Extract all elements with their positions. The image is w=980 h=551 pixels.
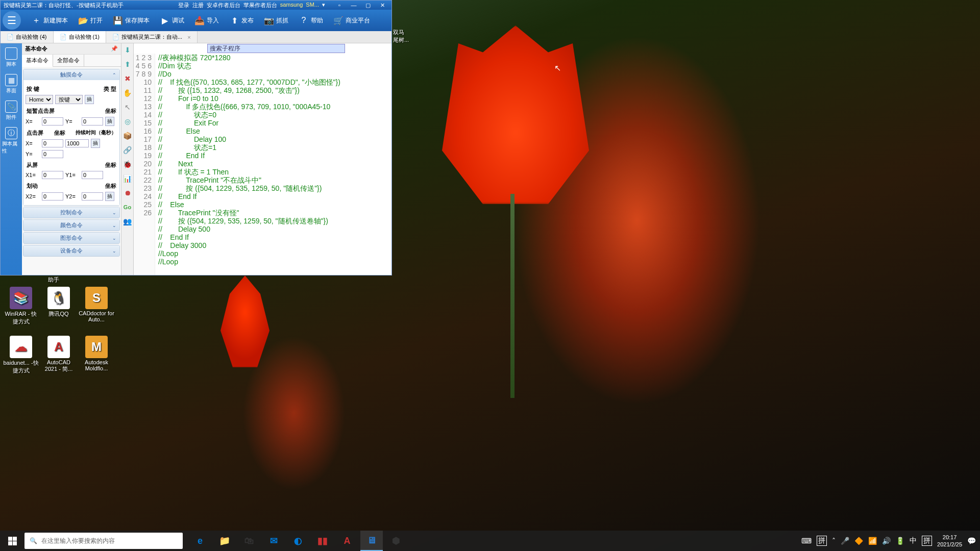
taskbar-app-6[interactable]: A xyxy=(336,531,358,551)
close-tab-icon[interactable]: × xyxy=(187,34,190,40)
insert-button[interactable]: 插 xyxy=(105,192,114,201)
accordion-touch-header[interactable]: 触摸命令 ⌃ xyxy=(23,69,119,80)
taskbar-app-5[interactable]: ▮▮ xyxy=(311,531,334,551)
desktop-icon[interactable]: MAutodesk Moldflo... xyxy=(78,335,115,375)
bug-icon[interactable]: 🐞 xyxy=(123,160,132,169)
input-x2[interactable] xyxy=(42,192,63,201)
accordion-0-header[interactable]: 控制命令⌄ xyxy=(23,207,119,218)
taskbar-app-7[interactable]: 🖥 xyxy=(360,531,383,551)
command-panel-title: 基本命令 xyxy=(25,45,111,53)
tab-basic-commands[interactable]: 基本命令 xyxy=(22,55,53,67)
notifications-icon[interactable]: 💬 xyxy=(967,537,976,545)
target-icon[interactable]: ◎ xyxy=(123,117,132,126)
close-icon[interactable]: ✕ xyxy=(376,2,388,9)
desktop-icon[interactable]: 🐧腾讯QQ xyxy=(40,286,78,327)
hand-icon[interactable]: ✋ xyxy=(123,88,132,97)
search-subroutine-input[interactable] xyxy=(207,44,345,53)
toolbar-btn-1[interactable]: 📂打开 xyxy=(73,12,108,29)
toolbar-btn-3[interactable]: ▶调试 xyxy=(155,12,189,29)
rail-item-0[interactable]: 脚本 xyxy=(2,45,20,70)
rail-item-1[interactable]: ▦界面 xyxy=(2,72,20,96)
accordion-3-header[interactable]: 设备命令⌄ xyxy=(23,245,119,256)
pin-icon[interactable]: 📌 xyxy=(111,45,118,52)
toolbar-btn-2[interactable]: 💾保存脚本 xyxy=(108,12,155,29)
rail-item-3[interactable]: ⓘ脚本属性 xyxy=(2,125,20,157)
chart-icon[interactable]: 📊 xyxy=(123,174,132,183)
restore-down-icon[interactable]: ▫ xyxy=(333,2,346,9)
accordion-2-header[interactable]: 图形命令⌄ xyxy=(23,233,119,243)
input-tap-short-x[interactable] xyxy=(42,117,63,126)
taskbar-app-4[interactable]: ◐ xyxy=(287,531,309,551)
people-icon[interactable]: 👥 xyxy=(123,217,132,226)
link-android[interactable]: 安卓作者后台 xyxy=(207,2,240,9)
menu-button[interactable]: ☰ xyxy=(3,11,21,30)
input-tap-short-y[interactable] xyxy=(82,117,103,126)
desktop-icon[interactable]: 📚WinRAR - 快捷方式 xyxy=(2,286,40,327)
insert-button[interactable]: 插 xyxy=(105,117,114,126)
toolbar-btn-0[interactable]: ＋新建脚本 xyxy=(26,12,73,29)
desktop-icon[interactable]: ☁baidunet... -快捷方式 xyxy=(2,335,40,375)
app-window: 按键精灵第二课：自动打怪、-按键精灵手机助手 登录 注册 安卓作者后台 苹果作者… xyxy=(0,0,392,276)
input-tap-y[interactable] xyxy=(42,150,63,158)
taskbar-app-3[interactable]: ✉ xyxy=(262,531,285,551)
app-tray-icon[interactable]: 🔶 xyxy=(854,537,863,545)
start-button[interactable] xyxy=(0,531,24,551)
link-apple[interactable]: 苹果作者后台 xyxy=(243,2,277,9)
delete-icon[interactable]: ✖ xyxy=(123,74,132,83)
insert-button[interactable]: 插 xyxy=(85,95,94,104)
taskbar-search[interactable]: 🔍 在这里输入你要搜索的内容 xyxy=(24,533,183,549)
chevron-up-icon[interactable]: ˄ xyxy=(832,537,836,545)
taskbar-app-8[interactable]: ⬢ xyxy=(385,531,407,551)
titlebar[interactable]: 按键精灵第二课：自动打怪、-按键精灵手机助手 登录 注册 安卓作者后台 苹果作者… xyxy=(1,1,391,10)
battery-icon[interactable]: 🔋 xyxy=(896,537,904,545)
tab-all-commands[interactable]: 全部命令 xyxy=(53,55,84,66)
taskbar-app-1[interactable]: 📁 xyxy=(213,531,236,551)
accordion-1-header[interactable]: 颜色命令⌄ xyxy=(23,220,119,231)
link-register[interactable]: 注册 xyxy=(192,2,204,9)
minimize-icon[interactable]: — xyxy=(348,2,360,9)
select-type[interactable]: 按键 xyxy=(55,95,83,104)
ime-lang-icon[interactable]: 中 xyxy=(910,536,917,545)
wifi-icon[interactable]: 📶 xyxy=(868,537,877,545)
pointer-icon[interactable]: ↖ xyxy=(123,103,132,112)
maximize-icon[interactable]: ▢ xyxy=(362,2,374,9)
arrow-down-icon[interactable]: ⬇ xyxy=(123,45,132,55)
toolbar-btn-6[interactable]: 📷抓抓 xyxy=(259,12,293,29)
mic-icon[interactable]: 🎤 xyxy=(841,537,849,545)
link-login[interactable]: 登录 xyxy=(178,2,189,9)
volume-icon[interactable]: 🔊 xyxy=(882,537,891,545)
ime-icon[interactable]: 拼 xyxy=(817,536,827,546)
link-samsung[interactable]: samsung xyxy=(280,2,303,9)
rail-item-2[interactable]: 📎附件 xyxy=(2,98,20,123)
input-tap-dur[interactable] xyxy=(65,139,89,147)
arrow-up-icon[interactable]: ⬆ xyxy=(123,60,132,69)
link-sm[interactable]: SM... xyxy=(306,2,319,9)
input-y1[interactable] xyxy=(82,171,103,179)
taskbar-app-0[interactable]: e xyxy=(189,531,211,551)
desktop-icon[interactable]: AAutoCAD 2021 - 简... xyxy=(40,335,78,375)
ime-mode-icon[interactable]: 拼 xyxy=(922,536,932,546)
select-key[interactable]: Home xyxy=(26,95,53,104)
toolbar-btn-4[interactable]: 📥导入 xyxy=(189,12,224,29)
input-tap-x[interactable] xyxy=(42,139,63,147)
toolbar-btn-5[interactable]: ⬆发布 xyxy=(224,12,259,29)
document-tab-0[interactable]: 📄自动捡物 (4) xyxy=(1,31,54,43)
code-area[interactable]: 1 2 3 4 5 6 7 8 9 10 11 12 13 14 15 16 1… xyxy=(134,54,391,275)
input-x1[interactable] xyxy=(42,171,63,179)
dropdown-icon[interactable]: ▾ xyxy=(322,2,325,9)
go-icon[interactable]: Go xyxy=(123,203,132,212)
document-tab-1[interactable]: 📄自动捡物 (1) xyxy=(54,31,107,43)
package-icon[interactable]: 📦 xyxy=(123,131,132,140)
taskbar-app-2[interactable]: 🛍 xyxy=(238,531,260,551)
record-icon[interactable]: ⏺ xyxy=(123,188,132,197)
document-tab-2[interactable]: 📄按键精灵第二课：自动...× xyxy=(106,31,198,43)
insert-button[interactable]: 插 xyxy=(91,139,100,148)
toolbar-btn-8[interactable]: 🛒商业平台 xyxy=(328,12,375,29)
desktop-icon[interactable]: SCADdoctor for Auto... xyxy=(78,286,115,327)
link-icon[interactable]: 🔗 xyxy=(123,145,132,155)
code-content[interactable]: //夜神模拟器 720*1280 //Dim 状态 //Do // If 找色(… xyxy=(155,54,391,275)
toolbar-btn-7[interactable]: ?帮助 xyxy=(293,12,328,29)
clock[interactable]: 20:17 2021/2/25 xyxy=(937,534,962,548)
keyboard-icon[interactable]: ⌨ xyxy=(801,537,812,545)
input-y2[interactable] xyxy=(82,192,103,201)
